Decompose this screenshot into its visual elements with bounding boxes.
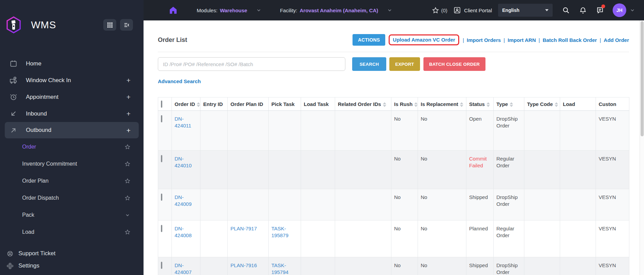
pick-task-link[interactable]: TASK-195794: [271, 262, 288, 275]
sidebar-item-support-ticket[interactable]: Support Ticket: [0, 247, 144, 260]
sidebar-item-appointment[interactable]: Appointment +: [0, 89, 144, 105]
client-portal-icon[interactable]: [453, 6, 461, 14]
sidebar-subitem-order-plan[interactable]: Order Plan: [0, 172, 144, 189]
sort-icon[interactable]: [460, 102, 463, 107]
header-actions: ACTIONS Upload Amazon VC Order | Import …: [353, 34, 629, 46]
sort-icon[interactable]: [383, 102, 386, 107]
select-all-checkbox[interactable]: [161, 101, 162, 108]
facility-selector[interactable]: Facility: Arovast Anaheim (Anaheim, CA): [280, 7, 392, 13]
home-icon[interactable]: [169, 6, 178, 15]
language-select[interactable]: English: [498, 4, 553, 17]
sort-icon[interactable]: [486, 102, 490, 107]
sidebar-subitem-pack[interactable]: Pack: [0, 207, 144, 224]
status-cell: Shipped: [466, 189, 494, 220]
col-is-rush[interactable]: Is Rush: [391, 97, 418, 111]
alarm-clock-icon: [10, 93, 17, 101]
search-button[interactable]: [562, 6, 570, 14]
batch-roll-back-order-link[interactable]: Batch Roll Back Order: [543, 37, 597, 43]
order-id-link[interactable]: DN-424007: [175, 262, 192, 275]
sort-icon[interactable]: [414, 102, 418, 107]
sidebar-subitem-load[interactable]: Load: [0, 224, 144, 241]
modules-label: Modules:: [197, 7, 218, 13]
sidebar-item-inbound[interactable]: Inbound +: [0, 105, 144, 122]
link-separator: |: [463, 37, 464, 43]
upload-amazon-vc-order-link[interactable]: Upload Amazon VC Order: [393, 37, 455, 43]
col-type[interactable]: Type: [494, 97, 524, 111]
export-button[interactable]: EXPORT: [389, 57, 420, 71]
favorite-star-icon[interactable]: [124, 229, 131, 235]
apps-grid-button[interactable]: [103, 19, 116, 31]
sidebar-item-label: Window Check In: [26, 77, 71, 84]
expand-plus-icon[interactable]: +: [126, 110, 131, 117]
user-avatar[interactable]: JH: [613, 3, 626, 17]
expand-plus-icon[interactable]: +: [126, 93, 131, 101]
order-id-link[interactable]: DN-424009: [175, 194, 192, 207]
favorites-star-icon[interactable]: [432, 7, 439, 14]
sidebar-subitem-inventory-commitment[interactable]: Inventory Commitment: [0, 155, 144, 172]
col-status[interactable]: Status: [466, 97, 494, 111]
sort-icon[interactable]: [197, 102, 200, 107]
favorite-star-icon[interactable]: [124, 178, 131, 184]
sidebar-footer: Support Ticket Settings: [0, 247, 144, 272]
sidebar-subitem-order-dispatch[interactable]: Order Dispatch: [0, 189, 144, 207]
scrollbar-thumb[interactable]: [641, 21, 644, 136]
row-checkbox[interactable]: [161, 225, 162, 232]
chevron-down-icon[interactable]: [630, 7, 635, 13]
sidebar-item-window-check-in[interactable]: Window Check In +: [0, 72, 144, 89]
app-title: WMS: [31, 19, 56, 31]
chevron-down-icon: [387, 7, 392, 13]
order-id-link[interactable]: DN-424008: [175, 226, 192, 238]
import-orders-link[interactable]: Import Orders: [467, 37, 501, 43]
col-type-code[interactable]: Type Code: [524, 97, 560, 111]
order-id-link[interactable]: DN-424011: [175, 116, 191, 128]
actions-button[interactable]: ACTIONS: [353, 34, 385, 46]
row-checkbox[interactable]: [161, 194, 162, 201]
pick-task-link[interactable]: TASK-195879: [271, 226, 288, 238]
search-submit-button[interactable]: SEARCH: [352, 57, 386, 71]
calendar-icon: [10, 60, 17, 67]
sidebar-item-label: Home: [26, 60, 41, 67]
import-arn-link[interactable]: Import ARN: [508, 37, 536, 43]
order-id-link[interactable]: DN-424010: [175, 156, 192, 168]
order-plan-link[interactable]: PLAN-7916: [230, 262, 257, 268]
favorite-star-icon[interactable]: [124, 161, 131, 167]
main-content: Order List ACTIONS Upload Amazon VC Orde…: [144, 20, 644, 275]
col-related-order-ids[interactable]: Related Order IDs: [335, 97, 391, 111]
add-order-link[interactable]: Add Order: [604, 37, 629, 43]
col-order-id[interactable]: Order ID: [172, 97, 200, 111]
row-checkbox[interactable]: [161, 262, 162, 269]
collapse-sidebar-button[interactable]: [120, 19, 133, 31]
table-header-row: Order ID Entry ID Order Plan ID Pick Tas…: [158, 97, 629, 111]
language-value: English: [502, 7, 520, 13]
notification-badge-dot: [601, 4, 605, 8]
expand-plus-icon[interactable]: +: [126, 127, 131, 134]
sidebar-item-home[interactable]: Home: [0, 55, 144, 72]
order-table: Order ID Entry ID Order Plan ID Pick Tas…: [158, 97, 629, 275]
messages-button[interactable]: [596, 6, 604, 14]
table-row: DN-424008 PLAN-7917 TASK-195879 No No Pl…: [158, 220, 629, 257]
sidebar-subitem-order[interactable]: Order: [0, 138, 144, 155]
grid-icon: [107, 22, 113, 28]
notifications-button[interactable]: [579, 6, 587, 14]
row-checkbox[interactable]: [161, 155, 162, 162]
row-checkbox[interactable]: [161, 115, 162, 122]
favorite-star-icon[interactable]: [124, 144, 131, 150]
batch-close-order-button[interactable]: BATCH CLOSE ORDER: [423, 57, 485, 71]
client-portal-label[interactable]: Client Portal: [464, 7, 492, 13]
sidebar-item-label: Appointment: [26, 94, 58, 101]
col-is-replacement[interactable]: Is Replacement: [418, 97, 466, 111]
expand-plus-icon[interactable]: +: [126, 77, 131, 84]
sidebar-item-outbound[interactable]: Outbound +: [5, 122, 139, 138]
sidebar-item-label: Support Ticket: [18, 250, 56, 257]
sort-icon[interactable]: [510, 102, 513, 107]
sort-icon[interactable]: [555, 102, 558, 107]
sidebar-item-settings[interactable]: Settings: [0, 260, 144, 272]
page-scrollbar[interactable]: [640, 20, 644, 275]
favorite-star-icon[interactable]: [124, 195, 131, 201]
advanced-search-link[interactable]: Advanced Search: [158, 78, 201, 84]
order-plan-link[interactable]: PLAN-7917: [230, 226, 257, 231]
topbar: Modules: Warehouse Facility: Arovast Ana…: [144, 0, 644, 20]
chevron-down-icon: [545, 9, 549, 11]
search-input[interactable]: [158, 57, 345, 71]
modules-selector[interactable]: Modules: Warehouse: [197, 7, 261, 13]
